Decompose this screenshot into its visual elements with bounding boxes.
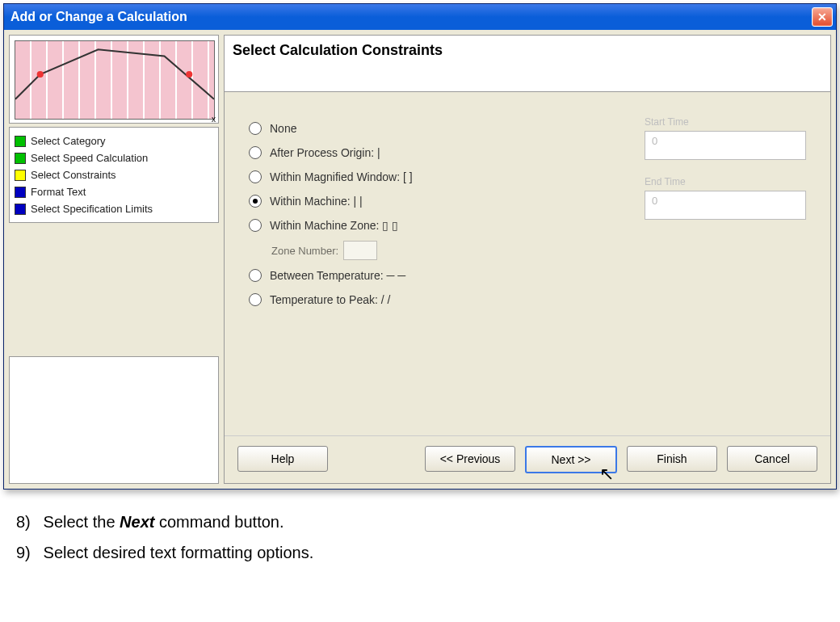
wizard-steps: Select Category Select Speed Calculation…	[9, 127, 219, 223]
zone-spinner[interactable]	[343, 241, 377, 260]
titlebar: Add or Change a Calculation ✕	[4, 4, 836, 30]
options-area: None After Process Origin: | Within Magn…	[225, 92, 830, 435]
option-none[interactable]: None	[249, 116, 612, 141]
square-icon	[15, 153, 26, 164]
step-label: Select Speed Calculation	[31, 152, 148, 164]
chart-line-icon	[15, 41, 214, 107]
step-label: Select Constraints	[31, 169, 116, 181]
text: Select the	[44, 513, 120, 531]
step-category: Select Category	[13, 132, 215, 149]
chart-area: x	[15, 40, 215, 120]
dialog-window: Add or Change a Calculation ✕ x Select C…	[3, 3, 837, 490]
option-label: Temperature to Peak: / /	[270, 293, 390, 306]
step-label: Select Specification Limits	[31, 203, 153, 215]
square-icon	[15, 170, 26, 181]
square-icon	[15, 204, 26, 215]
radio-icon	[249, 219, 262, 232]
radio-icon	[249, 269, 262, 282]
zone-number-sub: Zone Number:	[271, 237, 612, 263]
square-icon	[15, 136, 26, 147]
panel-title: Select Calculation Constraints	[225, 36, 830, 92]
end-time-field[interactable]: 0	[645, 191, 806, 220]
start-time-field[interactable]: 0	[645, 131, 806, 160]
option-temp-peak[interactable]: Temperature to Peak: / /	[249, 288, 612, 312]
step-label: Format Text	[31, 186, 86, 198]
list-number: 8)	[16, 509, 39, 535]
option-between-temp[interactable]: Between Temperature: ─ ─	[249, 263, 612, 288]
preview-chart: x	[9, 35, 219, 124]
cancel-button[interactable]: Cancel	[727, 446, 817, 472]
option-label: Within Machine: | |	[270, 195, 363, 208]
option-within-magnified[interactable]: Within Magnified Window: [ ]	[249, 165, 612, 189]
option-after-origin[interactable]: After Process Origin: |	[249, 141, 612, 165]
instruction-8: 8) Select the Next command button.	[16, 509, 824, 535]
instruction-9: 9) Select desired text formatting option…	[16, 540, 824, 565]
main-panel: Select Calculation Constraints None Afte…	[224, 35, 831, 484]
option-label: None	[270, 122, 296, 135]
instructions: 8) Select the Next command button. 9) Se…	[16, 509, 824, 565]
finish-button[interactable]: Finish	[627, 446, 717, 472]
list-number: 9)	[16, 540, 39, 565]
next-button[interactable]: Next >>	[525, 446, 617, 473]
radio-icon	[249, 146, 262, 159]
option-label: After Process Origin: |	[270, 146, 380, 159]
option-within-zone[interactable]: Within Machine Zone: ▯ ▯	[249, 213, 612, 237]
close-icon[interactable]: ✕	[812, 7, 833, 27]
end-time-group: End Time 0	[645, 176, 806, 220]
option-label: Within Machine Zone: ▯ ▯	[270, 219, 398, 232]
step-label: Select Category	[31, 135, 106, 147]
zone-label: Zone Number:	[271, 245, 338, 257]
step-format: Format Text	[13, 183, 215, 200]
radio-icon	[249, 293, 262, 306]
previous-button[interactable]: << Previous	[425, 446, 515, 472]
option-within-machine[interactable]: Within Machine: | |	[249, 189, 612, 213]
help-button[interactable]: Help	[237, 446, 328, 472]
text: Select desired text formatting options.	[44, 544, 314, 561]
option-label: Between Temperature: ─ ─	[270, 269, 405, 282]
radio-column: None After Process Origin: | Within Magn…	[249, 116, 612, 411]
radio-icon	[249, 170, 262, 183]
radio-icon	[249, 122, 262, 135]
start-time-group: Start Time 0	[645, 116, 806, 160]
end-time-label: End Time	[645, 176, 806, 187]
dialog-content: x Select Category Select Speed Calculati…	[4, 30, 836, 489]
text: command button.	[154, 513, 284, 531]
step-spec-limits: Select Specification Limits	[13, 200, 215, 217]
emphasis-next: Next	[120, 513, 154, 531]
start-time-label: Start Time	[645, 116, 806, 128]
radio-icon	[249, 195, 262, 208]
button-row: Help << Previous Next >> Finish Cancel ↖	[225, 435, 830, 483]
option-label: Within Magnified Window: [ ]	[270, 170, 413, 183]
svg-point-1	[186, 71, 192, 78]
side-fields: Start Time 0 End Time 0	[645, 116, 806, 411]
square-icon	[15, 187, 26, 198]
step-constraints: Select Constraints	[13, 166, 215, 183]
step-speed: Select Speed Calculation	[13, 149, 215, 166]
axis-x-label: x	[212, 115, 216, 124]
left-panel: x Select Category Select Speed Calculati…	[9, 35, 219, 484]
description-panel	[9, 356, 219, 485]
window-title: Add or Change a Calculation	[10, 10, 187, 24]
svg-point-0	[37, 71, 44, 78]
